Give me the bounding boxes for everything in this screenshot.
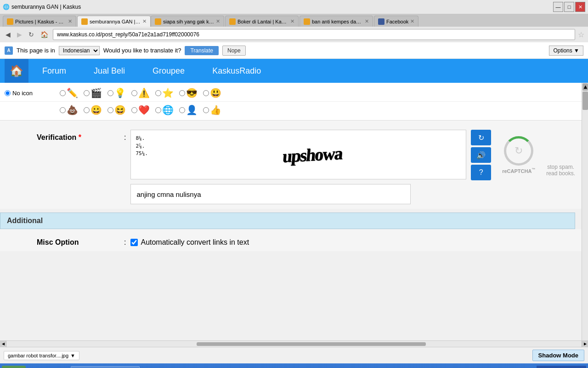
emoji-radio-clapper[interactable]: [84, 90, 90, 96]
close-button[interactable]: ✕: [575, 2, 585, 12]
scroll-thumb-horizontal[interactable]: [197, 342, 426, 346]
tab-close-2[interactable]: ✕: [142, 18, 147, 24]
horizontal-scrollbar[interactable]: ◀ ▶: [0, 340, 588, 347]
recaptcha-logo: ↻ reCAPTCHA™: [496, 130, 542, 180]
language-select[interactable]: Indonesian: [59, 46, 100, 55]
tab-label-4: Boker di Lantai | Kaskus - Th...: [237, 19, 288, 24]
tab-label-3: siapa sih yang gak kenal war...: [163, 19, 214, 24]
emoji-options-row1: ✏️ 🎬 💡 ⚠️ ⭐ 😎 😃: [60, 87, 221, 98]
emoji-bulb: 💡: [114, 87, 126, 98]
no-icon-option: No icon: [5, 90, 60, 97]
nav-groupee[interactable]: Groupee: [139, 59, 198, 83]
emoji-thumbs: 👍: [210, 104, 221, 115]
start-button[interactable]: start: [2, 366, 26, 368]
scroll-right-arrow[interactable]: ▶: [582, 341, 588, 347]
tab-6[interactable]: Facebook ✕: [374, 16, 418, 27]
site-nav: 🏠 Forum Jual Beli Groupee KaskusRadio: [0, 59, 588, 83]
captcha-controls: ↻ 🔊 ?: [471, 130, 491, 180]
home-nav-icon[interactable]: 🏠: [5, 59, 28, 83]
emoji-radio-star[interactable]: [155, 90, 161, 96]
tab-close-1[interactable]: ✕: [68, 18, 72, 24]
emoji-clapper: 🎬: [90, 87, 102, 98]
emoji-poop: 💩: [67, 104, 78, 115]
tab-label-6: Facebook: [386, 19, 408, 24]
maximize-button[interactable]: □: [564, 2, 574, 12]
tab-close-3[interactable]: ✕: [216, 18, 220, 24]
nav-kaskus-radio[interactable]: KaskusRadio: [198, 59, 275, 83]
tab-close-4[interactable]: ✕: [290, 18, 294, 24]
download-filename: gambar robot transfor....jpg: [8, 353, 68, 358]
minimize-button[interactable]: —: [553, 2, 563, 12]
forward-button[interactable]: ▶: [15, 30, 24, 39]
emoji-radio-poop[interactable]: [60, 107, 66, 113]
captcha-help-button[interactable]: ?: [471, 165, 491, 180]
verification-label: Verification *: [37, 130, 124, 142]
scroll-left-arrow[interactable]: ◀: [0, 341, 6, 347]
title-bar: 🌐 semburannya GAN | Kaskus — □ ✕: [0, 0, 588, 14]
bookmark-star-icon[interactable]: ☆: [578, 30, 584, 39]
download-item: gambar robot transfor....jpg ▼: [4, 351, 79, 360]
home-nav-button[interactable]: 🏠: [39, 30, 50, 39]
options-button[interactable]: Options ▼: [549, 46, 583, 56]
nope-button[interactable]: Nope: [222, 46, 246, 56]
emoji-radio-cool[interactable]: [179, 90, 185, 96]
captcha-audio-button[interactable]: 🔊: [471, 147, 491, 163]
tab-2[interactable]: semburannya GAN | Kaskus ✕: [77, 16, 151, 27]
translate-button[interactable]: Translate: [185, 46, 219, 55]
nav-forum[interactable]: Forum: [28, 59, 80, 83]
tab-close-6[interactable]: ✕: [410, 18, 414, 24]
emoji-radio-heart[interactable]: [131, 107, 137, 113]
emoji-warning: ⚠️: [138, 87, 150, 98]
emoji-radio-warning[interactable]: [131, 90, 137, 96]
download-dropdown-button[interactable]: ▼: [70, 353, 75, 358]
taskbar-app-button[interactable]: 🌐 semburannya GAN | ...: [71, 366, 140, 368]
verification-colon: :: [124, 130, 126, 142]
tab-1[interactable]: Pictures | Kaskus - The Large... ✕: [3, 16, 76, 27]
emoji-guffaw: 😆: [114, 104, 126, 115]
scroll-thumb-vertical[interactable]: [582, 92, 588, 110]
emoji-radio-globe[interactable]: [155, 107, 161, 113]
reload-button[interactable]: ↻: [27, 30, 36, 39]
captcha-input[interactable]: [130, 184, 411, 204]
shadow-mode-button[interactable]: Shadow Mode: [532, 350, 584, 361]
additional-title: Additional: [7, 217, 43, 224]
tab-close-5[interactable]: ✕: [365, 18, 369, 24]
translate-question: Would you like to translate it?: [103, 47, 181, 54]
emoji-globe: 🌐: [162, 104, 174, 115]
emoji-row-1: No icon ✏️ 🎬 💡 ⚠️ ⭐ 😎 😃: [0, 85, 582, 102]
emoji-radio-laugh[interactable]: [84, 107, 90, 113]
emoji-section: No icon ✏️ 🎬 💡 ⚠️ ⭐ 😎 😃 💩 😀 😆: [0, 83, 582, 121]
nav-jual-beli[interactable]: Jual Beli: [80, 59, 139, 83]
scroll-up-arrow[interactable]: ▲: [582, 83, 588, 91]
stop-spam: stop spam. read books.: [546, 130, 575, 180]
tab-3[interactable]: siapa sih yang gak kenal war... ✕: [151, 16, 224, 27]
address-input[interactable]: [53, 29, 575, 40]
emoji-radio-grin[interactable]: [203, 90, 209, 96]
verification-content: 8¼.2⅞.75¼. upshowa ↻ 🔊 ? ↻ reCAPTCHA™: [130, 130, 575, 204]
emoji-pencil: ✏️: [67, 87, 78, 98]
translate-prefix: This page is in: [17, 47, 55, 54]
misc-option-section: Misc Option : Automatically convert link…: [0, 229, 582, 251]
auto-convert-links-checkbox[interactable]: [130, 239, 138, 246]
tab-5[interactable]: ban anti kempes dan anti bo... ✕: [300, 16, 373, 27]
captcha-numbers: 8¼.2⅞.75¼.: [136, 135, 148, 158]
scroll-track-h: [7, 342, 581, 346]
tab-4[interactable]: Boker di Lantai | Kaskus - Th... ✕: [225, 16, 299, 27]
captcha-area: 8¼.2⅞.75¼. upshowa ↻ 🔊 ? ↻ reCAPTCHA™: [130, 130, 575, 180]
main-content: No icon ✏️ 🎬 💡 ⚠️ ⭐ 😎 😃 💩 😀 😆: [0, 83, 582, 340]
tab-favicon-1: [7, 18, 13, 25]
captcha-refresh-button[interactable]: ↻: [471, 130, 491, 145]
status-bar: gambar robot transfor....jpg ▼ Shadow Mo…: [0, 347, 588, 363]
emoji-radio-bulb[interactable]: [107, 90, 113, 96]
emoji-cool: 😎: [186, 87, 198, 98]
tab-label-2: semburannya GAN | Kaskus: [90, 19, 141, 24]
right-scrollbar[interactable]: ▲: [582, 83, 588, 340]
misc-label: Misc Option: [37, 238, 124, 247]
emoji-radio-person[interactable]: [179, 107, 185, 113]
back-button[interactable]: ◀: [4, 30, 12, 39]
required-mark: *: [79, 133, 81, 141]
emoji-radio-thumbs[interactable]: [203, 107, 209, 113]
emoji-radio-guffaw[interactable]: [107, 107, 113, 113]
no-icon-radio[interactable]: [5, 90, 11, 96]
emoji-radio-pencil[interactable]: [60, 90, 66, 96]
